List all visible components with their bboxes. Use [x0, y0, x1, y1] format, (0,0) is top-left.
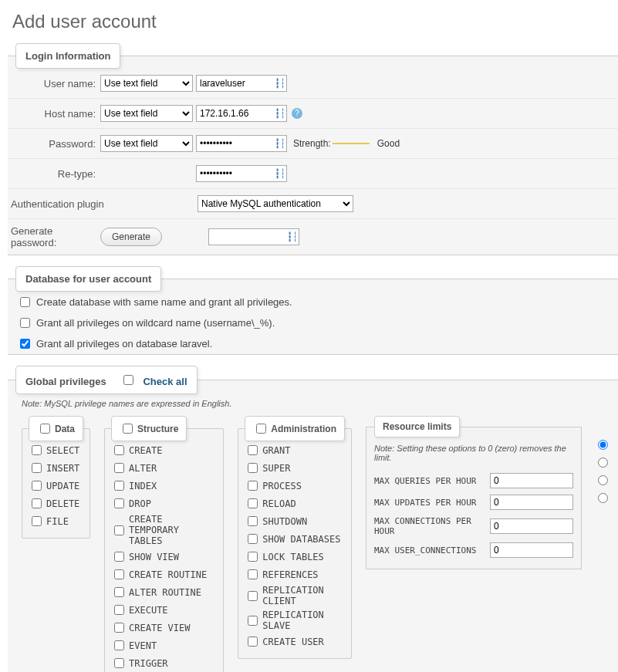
priv-trigger[interactable]: TRIGGER	[111, 654, 217, 672]
priv-process[interactable]: PROCESS	[245, 477, 345, 495]
db-opt-wildcard[interactable]: Grant all privileges on wildcard name (u…	[8, 312, 618, 333]
resource-input[interactable]	[490, 518, 573, 534]
admin-check-all[interactable]	[256, 424, 266, 434]
generate-button[interactable]: Generate	[100, 228, 162, 246]
auth-plugin-label: Authentication plugin	[8, 198, 198, 210]
priv-references[interactable]: REFERENCES	[245, 566, 345, 583]
ssl-radio-3[interactable]	[598, 475, 608, 485]
resource-input[interactable]	[490, 495, 573, 510]
priv-create-user[interactable]: CREATE USER	[245, 633, 345, 650]
strength-value: Good	[377, 138, 400, 149]
password-mode-select[interactable]: Use text field	[100, 135, 193, 152]
db-opt-grant-laravel[interactable]: Grant all privileges on database laravel…	[8, 333, 618, 354]
ssl-radio-1[interactable]	[598, 440, 608, 450]
priv-grant[interactable]: GRANT	[245, 441, 345, 459]
strength-label: Strength:	[293, 138, 331, 149]
priv-shutdown[interactable]: SHUTDOWN	[245, 512, 345, 530]
resource-max-queries-per-hour: MAX QUERIES PER HOUR	[374, 470, 573, 491]
hostname-mode-select[interactable]: Use text field	[100, 105, 193, 122]
priv-create[interactable]: CREATE	[111, 441, 217, 459]
resource-limits-col: Resource limits Note: Setting these opti…	[366, 416, 582, 569]
username-label: User name:	[8, 78, 100, 89]
password-input[interactable]	[196, 135, 287, 152]
priv-lock-tables[interactable]: LOCK TABLES	[245, 548, 345, 566]
help-icon[interactable]: ?	[292, 108, 302, 119]
username-input[interactable]	[196, 75, 287, 92]
login-legend: Login Information	[15, 43, 120, 69]
resource-input[interactable]	[490, 542, 573, 558]
priv-alter[interactable]: ALTER	[111, 459, 217, 477]
priv-show-databases[interactable]: SHOW DATABASES	[245, 530, 345, 548]
hostname-input[interactable]	[196, 105, 287, 122]
resource-max-updates-per-hour: MAX UPDATES PER HOUR	[374, 491, 573, 513]
check-all-checkbox[interactable]	[123, 375, 133, 385]
check-all-link[interactable]: Check all	[143, 376, 187, 387]
retype-input[interactable]	[196, 165, 287, 182]
priv-create-temporary-tables[interactable]: CREATE TEMPORARY TABLES	[111, 512, 217, 548]
priv-insert[interactable]: INSERT	[29, 459, 83, 477]
username-mode-select[interactable]: Use text field	[100, 75, 193, 92]
resource-max-user_connections: MAX USER_CONNECTIONS	[374, 539, 573, 561]
resource-note: Note: Setting these options to 0 (zero) …	[374, 437, 573, 470]
password-label: Password:	[8, 138, 100, 150]
login-info-box: Login Information User name: Use text fi…	[8, 43, 618, 255]
priv-execute[interactable]: EXECUTE	[111, 601, 217, 619]
priv-note: Note: MySQL privilege names are expresse…	[8, 394, 618, 416]
ssl-radio-col	[594, 416, 610, 507]
priv-create-view[interactable]: CREATE VIEW	[111, 619, 217, 637]
data-priv-col: Data SELECTINSERTUPDATEDELETEFILE	[22, 416, 90, 539]
hostname-label: Host name:	[8, 108, 100, 120]
global-priv-box: Global privileges Check all Note: MySQL …	[8, 366, 618, 672]
priv-alter-routine[interactable]: ALTER ROUTINE	[111, 583, 217, 601]
priv-show-view[interactable]: SHOW VIEW	[111, 548, 217, 566]
priv-create-routine[interactable]: CREATE ROUTINE	[111, 566, 217, 583]
data-check-all[interactable]	[40, 424, 50, 434]
page-title: Add user account	[12, 11, 618, 32]
resource-max-connections-per-hour: MAX CONNECTIONS PER HOUR	[374, 513, 573, 539]
priv-file[interactable]: FILE	[29, 512, 83, 530]
priv-event[interactable]: EVENT	[111, 637, 217, 654]
admin-priv-col: Administration GRANTSUPERPROCESSRELOADSH…	[238, 416, 352, 659]
generate-label: Generate password:	[8, 225, 100, 248]
ssl-radio-2[interactable]	[598, 458, 608, 468]
global-legend: Global privileges Check all	[15, 366, 198, 394]
retype-label: Re-type:	[8, 168, 100, 180]
strength-bar	[333, 143, 370, 144]
ssl-radio-4[interactable]	[598, 493, 608, 503]
priv-update[interactable]: UPDATE	[29, 477, 83, 495]
priv-super[interactable]: SUPER	[245, 459, 345, 477]
resource-input[interactable]	[490, 473, 573, 488]
priv-select[interactable]: SELECT	[29, 441, 83, 459]
auth-plugin-select[interactable]: Native MySQL authentication	[198, 195, 353, 212]
priv-index[interactable]: INDEX	[111, 477, 217, 495]
generated-password-input[interactable]	[208, 228, 299, 245]
structure-check-all[interactable]	[123, 424, 133, 434]
priv-drop[interactable]: DROP	[111, 495, 217, 512]
db-opt-create-same[interactable]: Create database with same name and grant…	[8, 292, 618, 312]
priv-delete[interactable]: DELETE	[29, 495, 83, 512]
priv-replication-slave[interactable]: REPLICATION SLAVE	[245, 608, 345, 633]
structure-priv-col: Structure CREATEALTERINDEXDROPCREATE TEM…	[104, 416, 224, 672]
priv-replication-client[interactable]: REPLICATION CLIENT	[245, 583, 345, 608]
priv-reload[interactable]: RELOAD	[245, 495, 345, 512]
database-box: Database for user account Create databas…	[8, 266, 618, 355]
database-legend: Database for user account	[15, 266, 161, 292]
